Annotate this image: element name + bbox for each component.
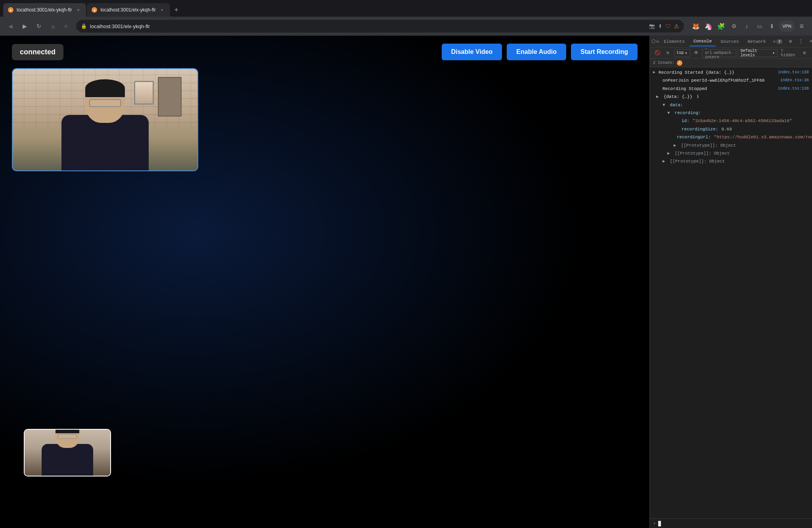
- devtools-close-icon[interactable]: ×: [806, 37, 812, 46]
- ext-1-icon[interactable]: 🦊: [690, 21, 701, 32]
- home-button[interactable]: ⌂: [48, 21, 59, 32]
- connected-badge: connected: [12, 44, 63, 60]
- ext-3-icon[interactable]: 🧩: [716, 21, 727, 32]
- tab-2-favicon: ▲: [92, 7, 97, 13]
- devtools-settings-icon[interactable]: ⚙: [786, 37, 795, 46]
- ext-5-icon[interactable]: ♪: [741, 21, 752, 32]
- console-obj-text: {data: {…}}: [664, 94, 693, 100]
- devtools-inspect-icon[interactable]: ⬡: [651, 37, 655, 46]
- tab-1-title: localhost:3001/elx-ykqh-flr: [17, 7, 72, 13]
- devtools-input-line: ›: [650, 518, 812, 528]
- tab-2-close[interactable]: ×: [159, 7, 165, 13]
- browser-toolbar: ◀ ▶ ↻ ⌂ ☆ 🔒 localhost:3001/elx-ykqh-flr …: [0, 17, 812, 36]
- app-area: connected Disable Video Enable Audio Sta…: [0, 36, 649, 528]
- forward-button[interactable]: ▶: [19, 21, 30, 32]
- reload-button[interactable]: ↻: [33, 21, 44, 32]
- header-buttons: Disable Video Enable Audio Start Recordi…: [442, 44, 638, 60]
- tab-console[interactable]: Console: [689, 37, 716, 46]
- app-header: connected Disable Video Enable Audio Sta…: [0, 36, 649, 68]
- console-line-url: recordingUrl: "https://huddle01.s3.amazo…: [650, 134, 812, 142]
- sidebar-toggle-icon[interactable]: ▭: [754, 21, 765, 32]
- console-line-proto-2: ▶ [[Prototype]]: Object: [650, 150, 812, 158]
- size-key: recordingSize:: [682, 126, 718, 132]
- expand-arrow-recording[interactable]: ▼: [667, 110, 670, 116]
- small-video: [24, 429, 111, 476]
- tab-bar: ▲ localhost:3001/elx-ykqh-flr × ▲ localh…: [0, 0, 812, 17]
- video-area: [0, 68, 649, 171]
- source-link-3[interactable]: index.tsx:136: [778, 86, 809, 92]
- vpn-label: VPN: [782, 24, 791, 29]
- main-layout: connected Disable Video Enable Audio Sta…: [0, 36, 812, 528]
- id-key: id:: [682, 118, 689, 124]
- proto-2-text: [[Prototype]]: Object: [675, 151, 730, 157]
- tab-sources[interactable]: Sources: [716, 37, 743, 46]
- devtools-more-tabs[interactable]: » 2: [771, 39, 785, 44]
- devtools-filter-icon[interactable]: ⊘: [663, 48, 672, 58]
- disable-video-button[interactable]: Disable Video: [442, 44, 502, 60]
- tab-network[interactable]: Network: [743, 37, 770, 46]
- small-person-body: [42, 444, 93, 476]
- issues-badge: 2: [677, 60, 682, 66]
- devtools-gear-icon[interactable]: ⚙: [800, 48, 809, 58]
- tab-1[interactable]: ▲ localhost:3001/elx-ykqh-flr ×: [3, 3, 86, 17]
- devtools-issues-bar: 2 Issues: 2: [650, 59, 812, 67]
- camera-icon[interactable]: 📷: [649, 23, 655, 29]
- devtools-console-output: ▶ Recording Started {data: {…}} index.ts…: [650, 67, 812, 518]
- expand-arrow-data[interactable]: ▼: [663, 102, 665, 108]
- start-recording-button[interactable]: Start Recording: [571, 44, 638, 60]
- devtools-eye-icon[interactable]: 👁: [692, 48, 701, 58]
- filter-input-wrapper[interactable]: -url:webpack-intern: [702, 49, 736, 57]
- address-bar[interactable]: 🔒 localhost:3001/elx-ykqh-flr 📷 ⬆ 🛡 ⚠: [76, 20, 684, 33]
- source-link-1[interactable]: index.tsx:138: [778, 70, 809, 75]
- ext-4-icon[interactable]: ⚙: [728, 21, 739, 32]
- enable-audio-button[interactable]: Enable Audio: [507, 44, 566, 60]
- new-tab-button[interactable]: +: [171, 4, 182, 15]
- proto-3-text: [[Prototype]]: Object: [670, 159, 725, 165]
- small-person-head: [56, 429, 79, 448]
- id-value: "2cba4b2e-1456-40c4-a562-4506133ada16": [693, 118, 792, 124]
- person-hair: [85, 79, 125, 97]
- context-selector[interactable]: top ▾: [674, 49, 690, 57]
- menu-icon[interactable]: ≡: [796, 21, 807, 32]
- tab-1-favicon: ▲: [8, 7, 13, 13]
- download-icon[interactable]: ⬇: [766, 21, 778, 32]
- shield-icon[interactable]: 🛡: [665, 23, 671, 29]
- back-button[interactable]: ◀: [5, 21, 16, 32]
- devtools-console-toolbar: 🚫 ⊘ top ▾ 👁 -url:webpack-intern Default …: [650, 48, 812, 59]
- vpn-button[interactable]: VPN: [779, 21, 795, 32]
- source-link-2[interactable]: index.tsx:36: [780, 78, 809, 83]
- url-value: "https://huddle01.s3.amazonaws.com/recor…: [714, 134, 812, 140]
- tab-elements[interactable]: Elements: [660, 37, 689, 46]
- log-levels-selector[interactable]: Default levels ▾: [738, 49, 778, 57]
- tab-2-title: localhost:3001/elx-ykqh-flr: [100, 7, 155, 13]
- console-line-size: recordingSize: 0.69: [650, 126, 812, 134]
- filter-text: -url:webpack-intern: [705, 46, 733, 59]
- expand-proto-1[interactable]: ▶: [674, 143, 676, 149]
- tab-1-close[interactable]: ×: [75, 7, 81, 13]
- ext-2-icon[interactable]: 🦄: [703, 21, 714, 32]
- size-value: 0.69: [721, 126, 732, 132]
- tab-2[interactable]: ▲ localhost:3001/elx-ykqh-flr ×: [87, 3, 170, 17]
- small-person-hair: [56, 429, 79, 433]
- expand-proto-2[interactable]: ▶: [667, 151, 670, 157]
- console-line-id: id: "2cba4b2e-1456-40c4-a562-4506133ada1…: [650, 117, 812, 125]
- devtools-clear-icon[interactable]: 🚫: [653, 48, 662, 58]
- devtools-more-icon[interactable]: ⋮: [796, 37, 806, 46]
- small-video-feed: [25, 430, 110, 476]
- recording-key: recording:: [675, 110, 701, 116]
- devtools-device-icon[interactable]: ▭: [656, 37, 659, 46]
- console-line-recording-started: ▶ Recording Started {data: {…}} index.ts…: [650, 69, 812, 77]
- share-icon[interactable]: ⬆: [658, 23, 662, 29]
- console-line-data-key: ▼ data:: [650, 101, 812, 109]
- url-display: localhost:3001/elx-ykqh-flr: [90, 23, 646, 29]
- console-prompt: ›: [653, 521, 656, 526]
- expand-arrow-obj[interactable]: ▶: [656, 94, 659, 100]
- proto-1-text: [[Prototype]]: Object: [681, 143, 736, 149]
- expand-proto-3[interactable]: ▶: [663, 159, 665, 165]
- bookmark-icon[interactable]: ☆: [64, 23, 68, 29]
- console-line-proto-1: ▶ [[Prototype]]: Object: [650, 142, 812, 150]
- context-selector-value: top: [677, 51, 684, 55]
- warning-icon[interactable]: ⚠: [674, 23, 679, 29]
- person-glasses: [89, 99, 121, 107]
- expand-arrow-1[interactable]: ▶: [653, 70, 655, 75]
